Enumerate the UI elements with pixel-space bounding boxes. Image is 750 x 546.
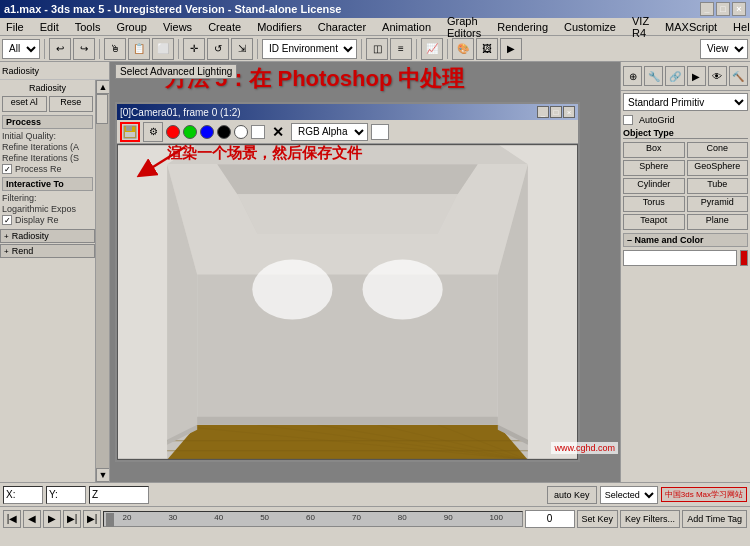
scroll-down-button[interactable]: ▼ [96,468,110,482]
menu-maxscript[interactable]: MAXScript [661,20,721,34]
go-start-button[interactable]: |◀ [3,510,21,528]
next-frame-button[interactable]: ▶| [63,510,81,528]
menu-viz-r4[interactable]: VIZ R4 [628,14,653,40]
pyramid-button[interactable]: Pyramid [687,196,749,212]
modify-icon-button[interactable]: 🔧 [644,66,663,86]
minimize-button[interactable]: _ [700,2,714,16]
torus-button[interactable]: Torus [623,196,685,212]
initial-quality-field: Initial Quality: [2,131,93,141]
scroll-thumb[interactable] [96,94,108,124]
timeline-track[interactable]: 20 30 40 50 60 70 80 90 100 [103,511,523,527]
left-scrollbar[interactable]: ▲ ▼ [95,80,109,482]
svg-marker-21 [237,194,457,234]
autogrid-checkbox[interactable] [623,115,633,125]
undo-button[interactable]: ↩ [49,38,71,60]
viewport-controls[interactable]: _ □ × [537,106,575,118]
menu-character[interactable]: Character [314,20,370,34]
select-object-button[interactable]: 🖱 [104,38,126,60]
cylinder-button[interactable]: Cylinder [623,178,685,194]
tube-button[interactable]: Tube [687,178,749,194]
vp-color-red[interactable] [166,125,180,139]
selection-filter-dropdown[interactable]: All [2,39,40,59]
vp-close-button[interactable]: × [563,106,575,118]
vp-minimize-button[interactable]: _ [537,106,549,118]
center-viewport: Select Advanced Lighting 方法 5：在 Photosho… [110,62,620,482]
geosphere-button[interactable]: GeoSphere [687,160,749,176]
vp-color-white[interactable] [234,125,248,139]
set-key-button[interactable]: Set Key [577,510,619,528]
create-icon-button[interactable]: ⊕ [623,66,642,86]
menu-customize[interactable]: Customize [560,20,620,34]
add-time-tag-button[interactable]: Add Time Tag [682,510,747,528]
mirror-button[interactable]: ◫ [366,38,388,60]
view-dropdown[interactable]: View [700,39,748,59]
cone-button[interactable]: Cone [687,142,749,158]
object-name-input[interactable] [623,250,737,266]
menu-modifiers[interactable]: Modifiers [253,20,306,34]
menu-file[interactable]: File [2,20,28,34]
render-scene-button[interactable]: 🖼 [476,38,498,60]
rend-rollout[interactable]: + Rend [0,244,95,258]
vp-color-black[interactable] [217,125,231,139]
primitive-type-dropdown[interactable]: Standard Primitiv [623,93,748,111]
menu-rendering[interactable]: Rendering [493,20,552,34]
display-icon-button[interactable]: 👁 [708,66,727,86]
menu-create[interactable]: Create [204,20,245,34]
filtering-field: Filtering: [2,193,93,203]
auto-key-button[interactable]: auto Key [547,486,597,504]
redo-button[interactable]: ↪ [73,38,95,60]
quick-render-button[interactable]: ▶ [500,38,522,60]
utilities-icon-button[interactable]: 🔨 [729,66,748,86]
toolbar-separator-2 [99,39,100,59]
move-button[interactable]: ✛ [183,38,205,60]
maximize-button[interactable]: □ [716,2,730,16]
vp-maximize-button[interactable]: □ [550,106,562,118]
teapot-button[interactable]: Teapot [623,214,685,230]
process-re-checkbox[interactable]: ✓ [2,164,12,174]
key-filters-button[interactable]: Key Filters... [620,510,680,528]
rotate-button[interactable]: ↺ [207,38,229,60]
vp-save-button[interactable] [120,122,140,142]
reset-all-button[interactable]: eset Al [2,96,47,112]
play-button[interactable]: ▶ [43,510,61,528]
vp-settings-button[interactable]: ⚙ [143,122,163,142]
menu-edit[interactable]: Edit [36,20,63,34]
radiosity-rollout[interactable]: + Radiosity [0,229,95,243]
environment-dropdown[interactable]: ID Environment [262,39,357,59]
scale-button[interactable]: ⇲ [231,38,253,60]
color-swatch[interactable] [740,250,748,266]
scroll-up-button[interactable]: ▲ [96,80,110,94]
plane-button[interactable]: Plane [687,214,749,230]
motion-icon-button[interactable]: ▶ [687,66,706,86]
current-time-field[interactable]: 0 [525,510,575,528]
graph-editors-button[interactable]: 📈 [421,38,443,60]
y-coordinate: Y: [46,486,86,504]
menu-animation[interactable]: Animation [378,20,435,34]
menu-group[interactable]: Group [112,20,151,34]
hierarchy-icon-button[interactable]: 🔗 [665,66,684,86]
sphere-button[interactable]: Sphere [623,160,685,176]
align-button[interactable]: ≡ [390,38,412,60]
select-region-button[interactable]: ⬜ [152,38,174,60]
vp-color-green[interactable] [183,125,197,139]
display-re-checkbox[interactable]: ✓ [2,215,12,225]
material-editor-button[interactable]: 🎨 [452,38,474,60]
box-button[interactable]: Box [623,142,685,158]
vp-x-button[interactable]: ✕ [272,124,284,140]
menu-tools[interactable]: Tools [71,20,105,34]
vp-channel-dropdown[interactable]: RGB Alpha RGB Alpha [291,123,368,141]
close-button[interactable]: × [732,2,746,16]
menu-graph-editors[interactable]: Graph Editors [443,14,485,40]
select-advanced-lighting-panel[interactable]: Select Advanced Lighting [115,64,237,79]
scroll-track [96,94,109,468]
status-bar: X: Y: Z auto Key Selected 中国3ds Max学习网站 [0,482,750,506]
prev-frame-button[interactable]: ◀ [23,510,41,528]
vp-color-blue[interactable] [200,125,214,139]
menu-help[interactable]: Help [729,20,750,34]
menu-views[interactable]: Views [159,20,196,34]
reset-button[interactable]: Rese [49,96,94,112]
select-by-name-button[interactable]: 📋 [128,38,150,60]
window-controls[interactable]: _ □ × [700,2,746,16]
go-end-button[interactable]: ▶| [83,510,101,528]
selected-dropdown[interactable]: Selected [600,486,658,504]
